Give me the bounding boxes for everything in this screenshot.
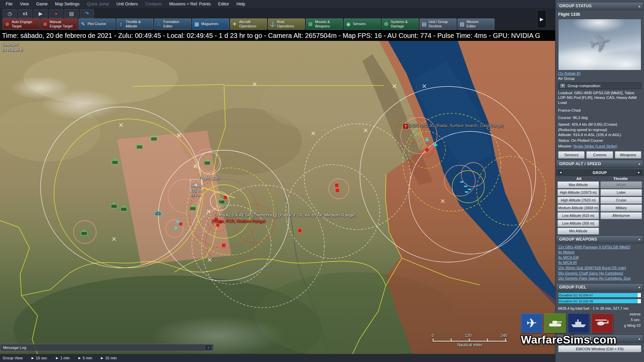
mission-readout: Mission: Nyala Strike (Land Strike) [555,143,644,149]
mounts-weapons-button[interactable]: ⊞Mounts & Weapons [306,18,343,29]
group-selector-label: GROUP [593,171,607,175]
toolbar-collapse-button[interactable]: ▶ [537,10,546,28]
alt-medium-3658-button[interactable]: Medium Altitude (3658 m) [557,204,599,212]
watermark-jet-icon: ✈ [521,313,542,333]
message-log-title: Message Log [3,346,26,350]
interval-1min[interactable]: ▶1 min [56,356,70,360]
clock-icon: ◷ [7,11,12,17]
plot-course-button[interactable]: ✎Plot Course [78,18,115,29]
speed-readout: Speed: 426,4 kts (M 0,65) (Cruise) [555,122,644,127]
mission-editor-button[interactable]: ▧Mission Editor [458,18,494,29]
alt-throttle-column-headers: Alt Throttle [558,177,641,181]
interval-5min[interactable]: ▶5 min [78,356,92,360]
watermark-tank-icon [544,313,566,333]
anchor-icon: ⚓ [270,21,275,27]
manual-engage-target-button[interactable]: ⊗Manual Engage Target [41,18,77,29]
menu-game[interactable]: Game [33,2,51,6]
throttle-cruise-button[interactable]: Cruise [600,197,642,204]
play-icon: ▶ [78,356,81,360]
menu-help[interactable]: Help [233,2,249,6]
weapon-link[interactable]: 12x GBU-49/B Paveway II GPS/LGB [Mk82] [555,245,644,250]
collapse-icon[interactable]: ▴ [639,285,640,289]
menu-map-settings[interactable]: Map Settings [51,2,83,6]
comms-panel-button[interactable]: Comms [586,151,613,159]
emcon-window-button[interactable]: EMCON Window (Ctrl + F9) [558,345,641,352]
message-log-bar[interactable]: Message Log ↑ [0,344,214,351]
group-alt-speed-header[interactable]: GROUP ALT / SPEED ▴ [556,160,643,168]
formation-editor-button[interactable]: ∴Formation Editor [154,18,191,29]
message-log-expand-button[interactable]: ↑ [205,345,212,351]
interval-15sec[interactable]: ▶15 sec [32,356,47,360]
play-icon: ▶ [39,11,43,17]
magazines-button[interactable]: ▦Magazines [192,18,229,29]
alt-low-305-button[interactable]: Low Altitude (305 m) [557,220,599,227]
group-status-header[interactable]: GROUP STATUS ▴ [556,2,643,10]
collapse-icon[interactable]: ▴ [639,237,640,241]
collapse-icon[interactable]: ▴ [639,4,640,8]
mission-editor-icon: ▧ [459,21,465,27]
menu-missions-refpoints[interactable]: Missions + Ref. Points [165,2,214,6]
throttle-afterburner-button[interactable]: Afterburner [600,212,642,219]
watermark-ship-icon [568,313,589,333]
game-clock-button[interactable]: ◷ [3,9,17,18]
weapon-link[interactable]: 10x 30mm Giat 30/M791B Burst [25 rnds] [555,265,644,271]
mission-link[interactable]: Nyala Strike (Land Strike) [573,144,617,148]
group-composition-dropdown[interactable]: ▼ Group composition: [558,82,641,89]
prev-group-button[interactable]: ◀ [557,170,564,175]
gear-icon: ⚙ [383,21,389,27]
magazines-icon: ▦ [194,21,200,27]
menu-view[interactable]: View [16,2,33,6]
menu-unit-orders[interactable]: Unit Orders [113,2,142,6]
selected-value: 2x Rafale B [2,48,23,53]
collapse-icon[interactable]: ▴ [639,162,640,166]
time-compression-button[interactable]: x1 [18,9,32,18]
throttle-military-button[interactable]: Military [600,204,642,212]
unit-composition-link[interactable]: (2x Rafale B) [555,71,644,76]
plot-course-icon: ✎ [80,21,86,27]
map-viewport[interactable]: ? Selected: 2x Rafale B Flight 1335 96 d… [0,41,555,362]
menu-file[interactable]: File [2,2,16,6]
group-view-label[interactable]: Group View [3,356,23,360]
auto-engage-icon: ⊕ [4,21,10,27]
boat-operations-button[interactable]: ⚓Boat Operations [268,18,305,29]
weapons-panel-button[interactable]: Weapons [615,151,641,159]
doctrine-icon: ▤ [421,21,427,27]
sensors-button[interactable]: ◉Sensors [344,18,381,29]
weapon-link[interactable]: 16x Generic Flare Salvo [4x Cartridges, … [555,276,644,281]
time-status-bar: Time: sábado, 20 de febrero de 2021 - Zu… [0,30,555,41]
alt-max-button[interactable]: Max Altitude [557,181,599,188]
alt-min-button[interactable]: Min Altitude [557,228,599,235]
transport-controls: ◷ x1 ▶ ● ▤ ↷ [3,9,94,18]
group-fuel-header[interactable]: GROUP FUEL ▴ [556,283,643,291]
speed-note: (Reducing speed to regroup) [555,127,644,132]
alt-high-7620-button[interactable]: High Altitude (7620 m) [557,197,599,204]
print-button[interactable]: ▤ [64,9,78,18]
throttle-altitude-button[interactable]: ↕Throttle & Altitude [116,18,153,29]
weapon-link[interactable]: 4x MICA EM [555,255,644,260]
sensors-panel-button[interactable]: Sensors [558,151,585,159]
auto-engage-target-button[interactable]: ⊕Auto Engage Target [3,18,40,29]
scale-tick-120: 120 [465,333,472,338]
doctrine-button[interactable]: ▤Unit / Group Doctrine [420,18,457,29]
systems-damage-button[interactable]: ⚙Systems & Damage [382,18,419,29]
group-weapons-header[interactable]: GROUP WEAPONS ▴ [556,235,643,243]
weapon-link[interactable]: 56x Generic Chaff Salvo [4x Cartridges] [555,271,644,276]
throttle-hover-button: Hover [600,181,642,188]
selected-label: Selected: [2,42,23,48]
alt-low-610-button[interactable]: Low Altitude (610 m) [557,212,599,219]
alt-high-10973-button[interactable]: High Altitude (10973 m) [557,189,599,196]
next-group-button[interactable]: ▶ [636,170,642,175]
interval-15min[interactable]: ▶15 min [101,356,117,360]
side-label: France-Chad [555,108,644,113]
throttle-column-label: Throttle [600,177,641,181]
quick-jump-button[interactable]: ↷ [80,9,94,18]
play-button[interactable]: ▶ [34,9,48,18]
menu-editor[interactable]: Editor [214,2,233,6]
map-scale: 0 120 240 Nautical miles [433,333,507,347]
aircraft-operations-button[interactable]: ✈Aircraft Operations [230,18,267,29]
throttle-loiter-button[interactable]: Loiter [600,189,642,196]
manual-engage-icon: ⊗ [42,21,48,27]
record-button[interactable]: ● [49,9,63,18]
weapon-link[interactable]: 4x MICA IR [555,260,644,265]
weapon-link[interactable]: 4x Meteor [555,250,644,255]
